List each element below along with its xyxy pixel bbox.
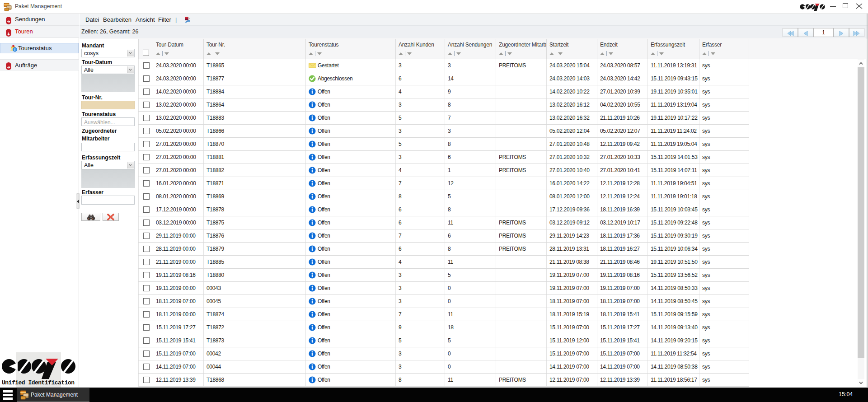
filter-tourenstatus[interactable]: Auswählen... [81, 117, 135, 126]
filter-erfassungszeit[interactable]: Alle [81, 161, 135, 169]
row-4-check[interactable] [143, 102, 150, 108]
filter-tour-nr[interactable] [81, 101, 135, 109]
row-21-check[interactable] [143, 324, 150, 331]
filter-mandant[interactable]: cosys [81, 49, 135, 57]
sb-thumb[interactable] [858, 67, 864, 358]
row-15: 28.11.2019 00:00T18879Offen68PREITOMS28.… [138, 243, 749, 256]
row-23-check[interactable] [143, 351, 150, 357]
sb-down[interactable] [858, 379, 864, 387]
row-25: 12.11.2019 13:39T18868Offen811PREITOMS12… [138, 374, 749, 387]
nav-auftraege[interactable]: Aufträge [0, 59, 79, 70]
row-8-check[interactable] [143, 154, 150, 160]
row-24-check[interactable] [143, 364, 150, 370]
menu-icon[interactable] [183, 16, 191, 23]
menubar: DateiBearbeitenAnsichtFilter| [80, 14, 868, 26]
row-12-check[interactable] [143, 206, 150, 213]
page-last[interactable] [849, 28, 864, 37]
task-app[interactable]: Paket Management [17, 388, 89, 402]
th-1: Tour-Datum [153, 39, 204, 59]
row-23: 15.11.2019 07:0000042Offen3015.11.2019 0… [138, 347, 749, 360]
row-2: 24.03.2020 00:00T18877Abgeschlossen61424… [138, 72, 749, 85]
menu-datei[interactable]: Datei [85, 14, 99, 26]
row-count: Zeilen: 26, Gesamt: 26 [81, 26, 138, 38]
row-19-check[interactable] [143, 298, 150, 304]
row-13: 03.12.2019 00:00T18875Offen611PREITOMS03… [138, 216, 749, 229]
row-7-check[interactable] [143, 141, 150, 147]
nav-touren[interactable]: Touren [0, 26, 79, 38]
sidebar-logo: Unified Identification [0, 338, 79, 387]
row-3-check[interactable] [143, 89, 150, 95]
row-11: 08.01.2020 00:00T18869Offen8508.01.2020 … [138, 190, 749, 203]
row-1-check[interactable] [143, 62, 150, 69]
row-18-check[interactable] [143, 285, 150, 291]
row-14: 29.11.2019 00:00T18876Offen76PREITOMS29.… [138, 229, 749, 243]
nav-sendungen[interactable]: Sendungen [0, 14, 79, 26]
page-prev[interactable] [798, 28, 813, 37]
row-19: 18.11.2019 07:0000045Offen3018.11.2019 0… [138, 295, 749, 308]
titlebar-logo [800, 3, 826, 11]
panel-collapse[interactable] [76, 193, 80, 209]
th-3: Tourenstatus [306, 39, 396, 59]
th-4: Anzahl Kunden [396, 39, 445, 59]
row-18: 19.11.2019 00:0000043Offen3019.11.2019 0… [138, 282, 749, 295]
menu-filter[interactable]: Filter [158, 14, 171, 26]
btn-clear[interactable] [103, 213, 119, 221]
row-25-check[interactable] [143, 377, 150, 383]
row-1: 24.03.2020 00:00T18865Gestartet33PREITOM… [138, 59, 749, 72]
taskbar: Paket Management15:04 [0, 388, 868, 402]
page-first[interactable] [783, 28, 798, 37]
select-all[interactable] [143, 50, 149, 56]
row-16: 21.11.2019 00:00T18885Offen41121.11.2019… [138, 256, 749, 269]
row-6-check[interactable] [143, 128, 150, 134]
row-10: 16.01.2020 00:00T18871Offen71216.01.2020… [138, 177, 749, 190]
th-9: Erfassungszeit [648, 39, 699, 59]
btn-maximize[interactable] [843, 3, 848, 8]
nav-tourenstatus[interactable]: Tourenstatus [0, 43, 79, 53]
row-9-check[interactable] [143, 167, 150, 173]
row-24: 14.11.2019 07:0000044Offen3014.11.2019 0… [138, 360, 749, 374]
row-5-check[interactable] [143, 115, 150, 121]
th-5: Anzahl Sendungen [445, 39, 496, 59]
row-9: 27.01.2020 00:00T18882Offen41PREITOMS27.… [138, 164, 749, 177]
row-6: 05.02.2020 00:00T18866Offen3305.02.2020 … [138, 125, 749, 138]
row-4: 13.02.2020 00:00T18864Offen3813.02.2020 … [138, 98, 749, 112]
start-menu[interactable] [3, 390, 13, 400]
paket-management-window: Paket ManagementSendungenTourenTourensta… [0, 0, 868, 402]
row-2-check[interactable] [143, 75, 150, 82]
titlebar-icon [4, 3, 12, 11]
th-select [138, 39, 153, 59]
row-20: 18.11.2019 00:00T18874Offen71118.11.2019… [138, 308, 749, 321]
th-7: Startzeit [547, 39, 597, 59]
th-filler [749, 39, 866, 59]
row-22: 15.11.2019 15:41T18873Offen5515.11.2019 … [138, 334, 749, 347]
row-15-check[interactable] [143, 246, 150, 252]
row-22-check[interactable] [143, 337, 150, 344]
th-2: Tour-Nr. [204, 39, 306, 59]
row-14-check[interactable] [143, 233, 150, 239]
btn-minimize[interactable] [830, 6, 836, 7]
menu-bearbeiten[interactable]: Bearbeiten [103, 14, 131, 26]
th-8: Endzeit [597, 39, 648, 59]
filter-mitarbeiter[interactable] [81, 143, 135, 151]
row-20-check[interactable] [143, 311, 150, 318]
th-6: Zugeordneter Mitarbeiter [496, 39, 547, 59]
page-num[interactable]: 1 [813, 28, 834, 37]
filter-tour-datum[interactable]: Alle [81, 65, 135, 74]
th-10: Erfasser [699, 39, 749, 59]
row-10-check[interactable] [143, 180, 150, 187]
row-17-check[interactable] [143, 272, 150, 278]
row-11-check[interactable] [143, 193, 150, 200]
row-3: 14.02.2020 00:00T18884Offen4914.02.2020 … [138, 85, 749, 98]
sidebar: SendungenTourenTourenstatusAufträgeUnifi… [0, 14, 79, 387]
btn-close[interactable] [856, 3, 863, 9]
sb-up[interactable] [858, 60, 864, 67]
menu-ansicht[interactable]: Ansicht [136, 14, 155, 26]
btn-search[interactable] [81, 213, 100, 221]
filter-erfasser[interactable] [81, 196, 135, 205]
row-16-check[interactable] [143, 259, 150, 265]
page-next[interactable] [834, 28, 849, 37]
row-7: 27.01.2020 00:00T18870Offen5827.01.2020 … [138, 138, 749, 151]
row-13-check[interactable] [143, 220, 150, 226]
row-8: 27.01.2020 00:00T18881Offen36PREITOMS27.… [138, 151, 749, 164]
titlebar: Paket Management [0, 0, 868, 14]
